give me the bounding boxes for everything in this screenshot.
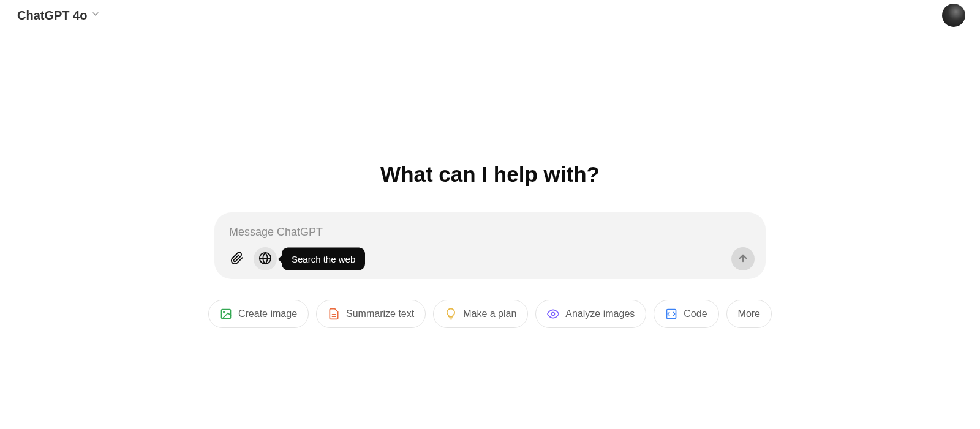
paperclip-icon [230, 252, 244, 267]
chip-label: Make a plan [463, 308, 516, 319]
tooltip-text: Search the web [292, 254, 355, 264]
page-title: What can I help with? [380, 162, 600, 187]
chip-summarize-text[interactable]: Summarize text [316, 300, 426, 328]
chip-label: Code [684, 308, 707, 319]
chip-make-a-plan[interactable]: Make a plan [433, 300, 528, 328]
suggestion-chips: Create image Summarize text Make a plan … [208, 300, 772, 328]
chip-analyze-images[interactable]: Analyze images [535, 300, 646, 328]
globe-icon [258, 252, 272, 267]
composer: Search the web [214, 212, 766, 279]
chip-code[interactable]: Code [654, 300, 718, 328]
composer-toolbar: Search the web [225, 247, 755, 270]
eye-icon [547, 308, 559, 320]
code-icon [665, 308, 677, 320]
message-input[interactable] [225, 223, 755, 247]
chip-more[interactable]: More [726, 300, 772, 328]
main-area: What can I help with? Search the web [0, 0, 980, 429]
chip-label: Create image [238, 308, 297, 319]
chip-label: Analyze images [565, 308, 635, 319]
arrow-up-icon [737, 253, 748, 266]
chip-label: More [738, 308, 760, 319]
lightbulb-icon [445, 308, 457, 320]
document-icon [328, 308, 340, 320]
svg-point-7 [552, 313, 555, 316]
tooltip-search-web: Search the web [282, 248, 365, 270]
chip-label: Summarize text [346, 308, 414, 319]
web-search-button[interactable] [254, 247, 277, 270]
chip-create-image[interactable]: Create image [208, 300, 309, 328]
attach-button[interactable] [225, 247, 249, 270]
send-button[interactable] [731, 247, 755, 270]
image-icon [220, 308, 232, 320]
svg-point-4 [224, 311, 225, 313]
